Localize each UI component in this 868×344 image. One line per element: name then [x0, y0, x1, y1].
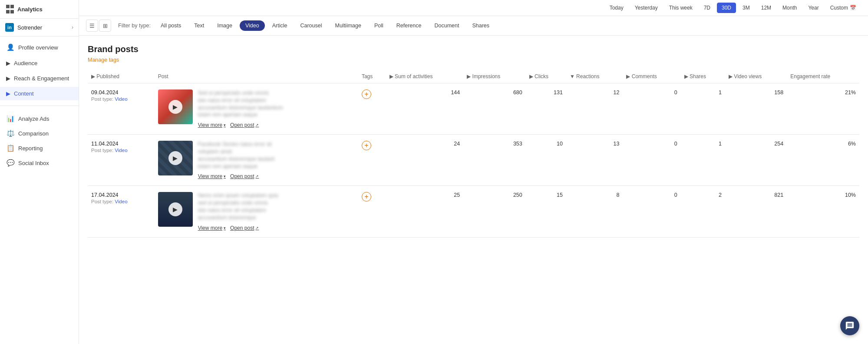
table-row: 09.04.2024Post type: Video ▶ Sed ut pers… — [88, 83, 859, 135]
list-view-btn[interactable]: ☰ — [86, 20, 98, 32]
filter-article[interactable]: Article — [267, 20, 293, 31]
content-label: Content — [14, 90, 34, 97]
cell-sum-activities: 24 — [386, 135, 464, 186]
sidebar-item-analyze-ads[interactable]: 📊 Analyze Ads — [0, 111, 79, 126]
table-row: 17.04.2024Post type: Video ▶ Nemo enim i… — [88, 186, 859, 237]
grid-icon — [5, 4, 15, 14]
post-type: Post type: Video — [91, 96, 151, 102]
tags-cell: + — [358, 186, 386, 237]
sidebar-account[interactable]: in Sotrender › — [0, 19, 79, 36]
filter-multiimage[interactable]: Multiimage — [329, 20, 366, 31]
filter-reference[interactable]: Reference — [391, 20, 427, 31]
col-reactions[interactable]: ▼ Reactions — [566, 70, 623, 83]
btn-this-week[interactable]: This week — [664, 3, 697, 13]
social-inbox-icon: 💬 — [6, 159, 15, 167]
filter-document[interactable]: Document — [429, 20, 465, 31]
play-button: ▶ — [168, 100, 182, 114]
sidebar-item-social-inbox[interactable]: 💬 Social Inbox — [0, 155, 79, 170]
table-header-row: ▶ Published Post Tags ▶ Sum of activitie… — [88, 70, 859, 83]
reach-label: Reach & Engagement — [14, 75, 69, 82]
sidebar-item-reporting[interactable]: 📋 Reporting — [0, 141, 79, 155]
filter-shares[interactable]: Shares — [466, 20, 495, 31]
comparison-icon: ⚖️ — [6, 129, 15, 137]
sidebar-item-comparison[interactable]: ⚖️ Comparison — [0, 126, 79, 141]
cell-impressions: 680 — [463, 83, 526, 135]
btn-year[interactable]: Year — [803, 3, 823, 13]
add-tag-button[interactable]: + — [362, 89, 371, 99]
cell-sum-activities: 25 — [386, 186, 464, 237]
sidebar-item-audience[interactable]: ▶ Audience — [0, 56, 79, 70]
account-name: Sotrender — [17, 24, 42, 31]
cell-video-views: 821 — [725, 186, 787, 237]
filter-poll[interactable]: Poll — [369, 20, 389, 31]
manage-tags-link[interactable]: Manage tags — [88, 57, 859, 63]
dropdown-icon: ▾ — [224, 226, 226, 230]
btn-month[interactable]: Month — [778, 3, 802, 13]
cell-shares: 1 — [681, 135, 725, 186]
open-post-link[interactable]: Open post ↗ — [230, 122, 259, 128]
sidebar-nav: 👤 Profile overview ▶ Audience ▶ Reach & … — [0, 36, 79, 104]
external-link-icon: ↗ — [255, 226, 259, 230]
sidebar-header: Analytics — [0, 0, 79, 19]
filter-video[interactable]: Video — [240, 20, 265, 31]
cell-reactions: 12 — [566, 83, 623, 135]
col-published[interactable]: ▶ Published — [88, 70, 155, 83]
add-tag-button[interactable]: + — [362, 192, 371, 202]
view-more-link[interactable]: View more ▾ — [198, 225, 226, 231]
filter-image[interactable]: Image — [211, 20, 238, 31]
add-tag-button[interactable]: + — [362, 141, 371, 150]
cell-reactions: 13 — [566, 135, 623, 186]
cell-clicks: 15 — [526, 186, 566, 237]
filter-carousel[interactable]: Carousel — [294, 20, 327, 31]
analyze-ads-icon: 📊 — [6, 115, 15, 122]
sidebar-item-reach[interactable]: ▶ Reach & Engagement — [0, 72, 79, 85]
col-impressions[interactable]: ▶ Impressions — [463, 70, 526, 83]
grid-view-btn[interactable]: ⊞ — [99, 20, 111, 32]
chat-button[interactable] — [840, 316, 859, 335]
col-engagement-rate: Engagement rate — [787, 70, 859, 83]
cell-reactions: 8 — [566, 186, 623, 237]
btn-7d[interactable]: 7D — [699, 3, 715, 13]
filter-text[interactable]: Text — [188, 20, 210, 31]
expand-arrow-icon: ▶ — [6, 75, 10, 82]
btn-3m[interactable]: 3M — [738, 3, 755, 13]
post-text-snippet: Facebook Stories natus error sitvoluptem… — [198, 141, 275, 170]
col-published-label: ▶ Published — [91, 73, 119, 79]
btn-yesterday[interactable]: Yesterday — [630, 3, 663, 13]
btn-today[interactable]: Today — [605, 3, 628, 13]
btn-12m[interactable]: 12M — [756, 3, 776, 13]
social-inbox-label: Social Inbox — [18, 160, 49, 166]
btn-30d[interactable]: 30D — [717, 3, 736, 13]
post-date: 09.04.2024 — [91, 89, 151, 96]
col-video-views[interactable]: ▶ Video views — [725, 70, 787, 83]
sidebar-item-content[interactable]: ▶ Content — [0, 87, 79, 100]
expand-arrow-icon: ▶ — [6, 60, 10, 66]
dropdown-icon: ▾ — [224, 174, 226, 179]
col-clicks[interactable]: ▶ Clicks — [526, 70, 566, 83]
sidebar-section-content: ▶ Content — [0, 87, 79, 100]
expand-arrow-icon: ▶ — [6, 90, 10, 97]
linkedin-icon: in — [5, 23, 14, 32]
open-post-link[interactable]: Open post ↗ — [230, 225, 259, 231]
post-type: Post type: Video — [91, 148, 151, 153]
cell-comments: 0 — [623, 135, 680, 186]
col-comments[interactable]: ▶ Comments — [623, 70, 680, 83]
topbar: Today Yesterday This week 7D 30D 3M 12M … — [79, 0, 868, 16]
view-more-link[interactable]: View more ▾ — [198, 122, 226, 128]
tags-cell: + — [358, 135, 386, 186]
col-shares[interactable]: ▶ Shares — [681, 70, 725, 83]
profile-label: Profile overview — [18, 44, 58, 51]
post-text-snippet: Sed ut perspiciatis unde omnisiste natus… — [198, 89, 283, 119]
cell-impressions: 353 — [463, 135, 526, 186]
filter-all-posts[interactable]: All posts — [155, 20, 187, 31]
sidebar-section-audience: ▶ Audience — [0, 56, 79, 70]
post-type: Post type: Video — [91, 199, 151, 204]
view-more-link[interactable]: View more ▾ — [198, 173, 226, 179]
open-post-link[interactable]: Open post ↗ — [230, 173, 259, 179]
page-title: Brand posts — [88, 44, 859, 54]
btn-custom[interactable]: Custom 📅 — [825, 3, 861, 13]
post-date: 17.04.2024 — [91, 192, 151, 198]
col-sum-activities[interactable]: ▶ Sum of activities — [386, 70, 464, 83]
audience-label: Audience — [14, 60, 37, 66]
sidebar-item-profile[interactable]: 👤 Profile overview — [0, 40, 79, 55]
